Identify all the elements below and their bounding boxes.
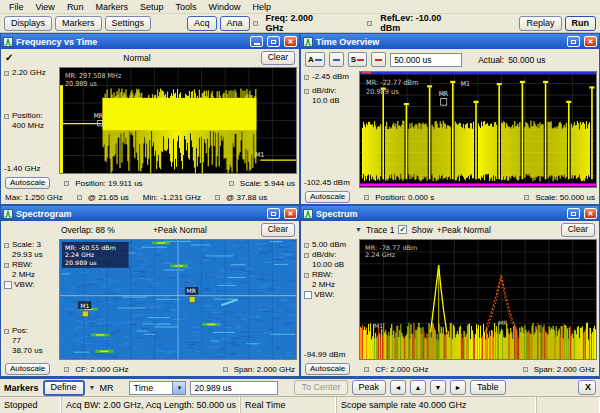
restore-button[interactable] bbox=[267, 208, 280, 219]
acq-button[interactable]: Acq bbox=[187, 16, 217, 31]
run-button[interactable]: Run bbox=[565, 16, 597, 31]
marker-mr-label[interactable]: MR bbox=[439, 90, 449, 97]
settings-button[interactable]: Settings bbox=[105, 16, 152, 31]
replay-button[interactable]: Replay bbox=[519, 16, 561, 31]
autoscale-button[interactable]: Autoscale bbox=[305, 363, 350, 375]
time-overview-plot[interactable]: MR: -22.77 dBm 20.989 us MR M1 bbox=[359, 71, 597, 188]
marker-table-button[interactable]: Table bbox=[470, 380, 506, 395]
scale-adjust-icon[interactable] bbox=[229, 181, 234, 186]
span-adjust-icon[interactable] bbox=[523, 367, 528, 372]
marker-m1-box[interactable] bbox=[82, 311, 88, 317]
marker-m1-label[interactable]: M1 bbox=[461, 80, 470, 87]
marker-m1-label[interactable]: M1 bbox=[255, 151, 264, 158]
menu-tools[interactable]: Tools bbox=[169, 2, 202, 12]
restore-button[interactable] bbox=[567, 36, 580, 47]
spectrum-time-button[interactable]: S bbox=[348, 52, 367, 67]
top-adjust-icon[interactable] bbox=[304, 75, 309, 80]
restore-button[interactable] bbox=[267, 36, 280, 47]
peak-right-button[interactable]: ► bbox=[450, 380, 466, 395]
close-markers-toolbar-button[interactable]: X bbox=[578, 380, 596, 395]
marker-domain-select[interactable]: Time ▼ bbox=[129, 381, 186, 395]
selected-marker-label[interactable]: MR bbox=[99, 383, 113, 393]
marker-mr-box[interactable] bbox=[441, 99, 447, 106]
vbw-checkbox[interactable] bbox=[4, 281, 12, 289]
rbw-adjust-icon[interactable] bbox=[4, 263, 9, 268]
autoscale-button[interactable]: Autoscale bbox=[305, 191, 350, 203]
marker-select-dropdown-icon[interactable]: ▼ bbox=[89, 384, 96, 391]
rbw-adjust-icon[interactable] bbox=[304, 273, 309, 278]
restore-button[interactable] bbox=[567, 208, 580, 219]
min-at-adjust-icon[interactable] bbox=[215, 195, 220, 200]
analysis-length-input[interactable] bbox=[390, 53, 462, 67]
cf-readout[interactable]: CF: 2.000 GHz bbox=[75, 365, 128, 374]
clear-button[interactable]: Clear bbox=[261, 51, 295, 65]
cf-adjust-icon[interactable] bbox=[64, 367, 69, 372]
trace-dropdown-icon[interactable]: ▼ bbox=[355, 226, 362, 233]
position-readout[interactable]: Position: 0.000 s bbox=[375, 193, 434, 202]
position-readout[interactable]: Position: 19.911 us bbox=[75, 179, 142, 188]
peak-left-button[interactable]: ◄ bbox=[390, 380, 406, 395]
menu-view[interactable]: View bbox=[30, 2, 61, 12]
minimize-button[interactable] bbox=[250, 36, 263, 47]
marker-mr-box[interactable] bbox=[189, 297, 195, 303]
peak-search-button[interactable]: Peak bbox=[352, 380, 387, 395]
freq-vs-time-titlebar[interactable]: Frequency vs Time ✕ bbox=[1, 34, 299, 49]
marker-position-input[interactable] bbox=[190, 381, 278, 395]
autoscale-button[interactable]: Autoscale bbox=[5, 177, 50, 189]
position-adjust-icon[interactable] bbox=[364, 195, 369, 200]
analysis-length-button[interactable] bbox=[329, 52, 344, 67]
close-button[interactable]: ✕ bbox=[284, 208, 297, 219]
menu-file[interactable]: File bbox=[3, 2, 30, 12]
max-at-adjust-icon[interactable] bbox=[77, 195, 82, 200]
peak-lower-button[interactable]: ▼ bbox=[430, 380, 446, 395]
menu-help[interactable]: Help bbox=[246, 2, 277, 12]
peak-higher-button[interactable]: ▲ bbox=[410, 380, 426, 395]
menu-markers[interactable]: Markers bbox=[89, 2, 134, 12]
span-readout[interactable]: Span: 2.000 GHz bbox=[234, 365, 295, 374]
cf-adjust-icon[interactable] bbox=[364, 367, 369, 372]
scale-adjust-icon[interactable] bbox=[524, 195, 529, 200]
displays-button[interactable]: Displays bbox=[4, 16, 52, 31]
dbdiv-adjust-icon[interactable] bbox=[304, 253, 309, 258]
scale-readout[interactable]: Scale: 5.944 us bbox=[240, 179, 295, 188]
menu-window[interactable]: Window bbox=[202, 2, 246, 12]
analysis-time-button[interactable]: A bbox=[305, 52, 325, 67]
spectrogram-plot[interactable]: MR: -60.55 dBm 2.24 GHz 20.989 us M1 MR bbox=[59, 239, 297, 360]
cf-readout[interactable]: CF: 2.000 GHz bbox=[375, 365, 428, 374]
span-readout[interactable]: Span: 2.000 GHz bbox=[534, 365, 595, 374]
close-button[interactable]: ✕ bbox=[584, 36, 597, 47]
position-adjust-icon[interactable] bbox=[4, 114, 9, 119]
menu-setup[interactable]: Setup bbox=[134, 2, 170, 12]
markers-button[interactable]: Markers bbox=[55, 16, 102, 31]
trace-selector[interactable]: Trace 1 bbox=[366, 225, 395, 235]
scale-adjust-icon[interactable] bbox=[4, 71, 9, 76]
span-adjust-icon[interactable] bbox=[223, 367, 228, 372]
marker-mr-label[interactable]: MR bbox=[187, 288, 196, 294]
time-overview-titlebar[interactable]: Time Overview ✕ bbox=[301, 34, 599, 49]
reflev-readout[interactable]: RefLev: -10.00 dBm bbox=[380, 13, 458, 33]
ana-button[interactable]: Ana bbox=[220, 16, 250, 31]
trace-enabled-check-icon[interactable]: ✓ bbox=[5, 52, 13, 63]
marker-m1-label[interactable]: M1 bbox=[374, 323, 383, 329]
vbw-checkbox[interactable] bbox=[304, 291, 312, 299]
dropdown-arrow-icon[interactable]: ▼ bbox=[172, 382, 185, 394]
clear-button[interactable]: Clear bbox=[261, 223, 295, 237]
scale-adjust-icon[interactable] bbox=[4, 243, 9, 248]
close-button[interactable]: ✕ bbox=[284, 36, 297, 47]
freq-adjust-icon[interactable] bbox=[253, 21, 258, 26]
define-markers-button[interactable]: Define bbox=[43, 380, 85, 396]
spectrum-titlebar[interactable]: Spectrum ✕ bbox=[301, 206, 599, 221]
clear-button[interactable]: Clear bbox=[561, 223, 595, 237]
scale-readout[interactable]: Scale: 50.000 us bbox=[535, 193, 595, 202]
freq-readout[interactable]: Freq: 2.000 GHz bbox=[266, 13, 330, 33]
spectrum-plot[interactable]: MR: -78.77 dBm 2.24 GHz M1 MR bbox=[359, 239, 597, 360]
position-adjust-icon[interactable] bbox=[64, 181, 69, 186]
dbdiv-adjust-icon[interactable] bbox=[304, 89, 309, 94]
marker-m1-label[interactable]: M1 bbox=[80, 303, 89, 309]
close-button[interactable]: ✕ bbox=[584, 208, 597, 219]
marker-mr-label[interactable]: MR bbox=[498, 321, 507, 327]
spectrogram-titlebar[interactable]: Spectrogram ✕ bbox=[1, 206, 299, 221]
menu-run[interactable]: Run bbox=[61, 2, 90, 12]
pos-adjust-icon[interactable] bbox=[4, 329, 9, 334]
spectrum-length-button[interactable] bbox=[371, 52, 386, 67]
